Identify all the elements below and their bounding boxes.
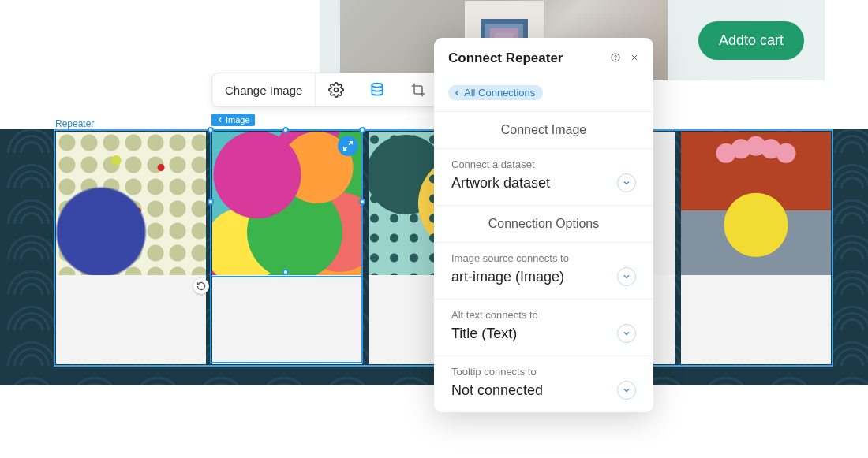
- svg-point-1: [372, 84, 383, 88]
- change-image-button[interactable]: Change Image: [212, 73, 315, 106]
- repeater-item[interactable]: [56, 132, 206, 364]
- tooltip-field-value: Not connected: [451, 382, 543, 399]
- element-type-label: Image: [226, 115, 250, 125]
- dataset-field-label: Connect a dataset: [451, 158, 636, 170]
- connect-repeater-panel: Connect Repeater All Connections Connect…: [434, 38, 653, 412]
- alt-text-field-label: Alt text connects to: [451, 309, 636, 321]
- element-type-tag[interactable]: Image: [211, 114, 255, 126]
- image-source-dropdown[interactable]: [617, 267, 636, 286]
- expand-icon[interactable]: [338, 136, 358, 156]
- tooltip-dropdown[interactable]: [617, 381, 636, 400]
- image-source-field-label: Image source connects to: [451, 252, 636, 264]
- section-connect-image: Connect Image: [434, 112, 653, 149]
- panel-title: Connect Repeater: [448, 50, 563, 66]
- crop-icon[interactable]: [398, 73, 439, 106]
- tooltip-field-label: Tooltip connects to: [451, 366, 636, 378]
- svg-point-0: [335, 88, 339, 92]
- repeater-item[interactable]: [212, 132, 362, 364]
- alt-text-field-value: Title (Text): [451, 326, 517, 342]
- alt-text-dropdown[interactable]: [617, 324, 636, 343]
- section-connection-options: Connection Options: [434, 206, 653, 243]
- breadcrumb-back[interactable]: All Connections: [448, 85, 543, 100]
- breadcrumb-label: All Connections: [464, 87, 535, 99]
- rotate-icon[interactable]: [193, 278, 209, 294]
- dataset-dropdown[interactable]: [617, 173, 636, 192]
- close-icon[interactable]: [630, 51, 639, 65]
- settings-icon[interactable]: [316, 73, 357, 106]
- add-to-cart-button[interactable]: Addto cart: [698, 21, 804, 60]
- repeater-item[interactable]: [681, 132, 831, 364]
- repeater-label: Repeater: [55, 118, 94, 129]
- data-connection-icon[interactable]: [357, 73, 398, 106]
- image-source-field-value: art-image (Image): [451, 269, 564, 285]
- svg-point-3: [615, 59, 616, 60]
- dataset-field-value: Artwork dataset: [451, 175, 550, 192]
- help-icon[interactable]: [611, 51, 620, 65]
